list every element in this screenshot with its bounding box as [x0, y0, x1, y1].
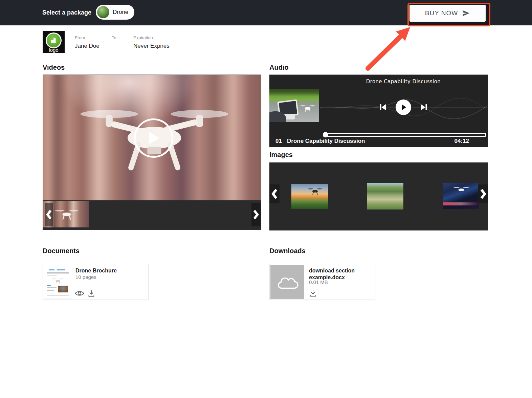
buy-now-button[interactable]: BUY NOW	[409, 5, 486, 22]
cloud-file-thumbnail	[270, 265, 304, 299]
package-avatar	[97, 6, 109, 18]
drone-night-image	[453, 185, 469, 194]
package-selector-pill[interactable]: Drone	[96, 5, 134, 20]
top-bar: Select a package Drone BUY NOW	[0, 0, 532, 25]
logo-ring	[46, 32, 62, 48]
document-preview-thumbnail[interactable]	[45, 266, 71, 298]
track-duration: 04:12	[455, 138, 469, 145]
documents-section-title: Documents	[43, 247, 80, 255]
logo-text: logo	[43, 47, 65, 53]
play-icon	[400, 104, 407, 111]
to-label: To	[112, 35, 116, 40]
file-download-button[interactable]	[309, 289, 317, 297]
images-next-button[interactable]	[478, 184, 488, 203]
video-carousel-next-button[interactable]	[251, 203, 261, 226]
download-file-size: 0.01 MB	[309, 279, 328, 285]
package-name: Drone	[113, 9, 128, 16]
brochure-drone-image	[52, 277, 64, 284]
expiration-label: Expiration	[133, 35, 153, 40]
video-player[interactable]: Slow motion drone take off	[43, 75, 261, 200]
chevron-right-icon	[253, 209, 259, 220]
drone-on-ground-image	[300, 104, 315, 112]
play-icon	[147, 131, 160, 146]
select-package-label: Select a package	[42, 0, 91, 25]
cloud-icon	[276, 273, 299, 290]
package-page: Select a package Drone BUY NOW logo	[0, 0, 532, 398]
download-card: download section example.docx 0.01 MB	[269, 264, 375, 300]
image-thumbnail-night-city[interactable]	[443, 183, 479, 209]
chevron-left-icon	[271, 189, 278, 199]
audio-rule	[269, 74, 488, 74]
chevron-left-icon	[46, 209, 52, 220]
audio-artwork	[269, 89, 319, 122]
next-track-icon	[420, 103, 428, 111]
sender-logo: logo	[43, 31, 65, 53]
logo-building-icon	[47, 34, 61, 47]
eye-preview-icon	[75, 290, 84, 297]
images-section-title: Images	[269, 151, 293, 159]
video-carousel-prev-button[interactable]	[45, 203, 53, 226]
audio-progress-thumb[interactable]	[323, 132, 328, 137]
document-card: Drone Brochure 10 pages	[43, 264, 149, 300]
image-thumbnail-aerial-town[interactable]	[367, 183, 403, 209]
videos-rule	[43, 74, 261, 74]
download-icon	[309, 289, 317, 297]
header-divider	[0, 59, 532, 59]
expiration-value: Never Expires	[133, 43, 170, 49]
audio-progress-bar[interactable]	[323, 133, 486, 137]
document-preview-button[interactable]	[75, 290, 84, 297]
track-number: 01	[275, 138, 282, 145]
next-track-button[interactable]	[420, 103, 428, 111]
drone-thumb-image	[55, 207, 79, 221]
previous-track-icon	[379, 103, 387, 111]
image-thumbnail-sunset-drone[interactable]	[291, 184, 328, 209]
images-prev-button[interactable]	[269, 184, 280, 203]
light-trails-image	[443, 202, 479, 205]
drone-silhouette-image	[308, 186, 323, 195]
document-download-button[interactable]	[88, 290, 95, 297]
annotation-arrow	[359, 24, 416, 74]
audio-track-row: 01 Drone Capability Discussion 04:12	[269, 138, 488, 147]
download-icon	[88, 290, 95, 297]
buy-now-label: BUY NOW	[425, 9, 458, 17]
brochure-photo-image	[58, 286, 68, 292]
document-pages: 10 pages	[75, 274, 96, 280]
track-title: Drone Capability Discussion	[287, 138, 365, 145]
document-name: Drone Brochure	[75, 267, 117, 274]
audio-section-title: Audio	[269, 64, 289, 71]
from-label: From	[75, 35, 85, 40]
videos-section-title: Videos	[43, 64, 65, 71]
video-thumbnail-strip	[43, 200, 261, 230]
audio-player: Drone Capability Discussion	[269, 75, 488, 147]
downloads-section-title: Downloads	[269, 247, 306, 255]
previous-track-button[interactable]	[379, 103, 387, 111]
audio-controls	[319, 100, 488, 115]
video-play-button[interactable]	[134, 118, 173, 158]
chevron-right-icon	[480, 189, 486, 199]
download-file-name: download section example.docx	[309, 267, 366, 281]
audio-play-button[interactable]	[396, 100, 411, 115]
audio-track-heading: Drone Capability Discussion	[319, 79, 488, 85]
send-arrow-icon	[462, 9, 470, 17]
images-carousel	[269, 162, 488, 230]
from-value: Jane Doe	[75, 43, 99, 49]
